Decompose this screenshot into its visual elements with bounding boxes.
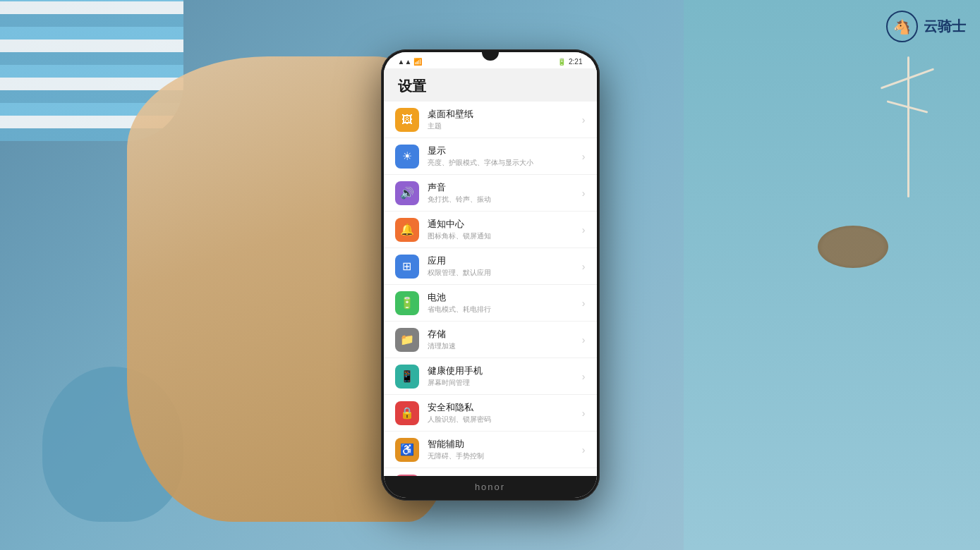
logo-text: 云骑士 (924, 17, 966, 36)
sound-title: 声音 (428, 182, 576, 194)
storage-arrow: › (582, 334, 586, 346)
logo-area: 🐴 云骑士 (886, 11, 966, 42)
settings-list: 🖼 桌面和壁纸 主题 › ☀ 显示 亮度、护眼模式、字体与显示大小 (384, 102, 597, 476)
security-title: 安全和隐私 (428, 402, 576, 414)
sound-icon: 🔊 (395, 181, 419, 205)
wallpaper-subtitle: 主题 (428, 121, 576, 130)
health-subtitle: 屏幕时间管理 (428, 378, 576, 387)
wallpaper-arrow: › (582, 114, 586, 126)
notifications-title: 通知中心 (428, 219, 576, 231)
display-icon: ☀ (395, 145, 419, 169)
honor-brand-text: honor (475, 482, 505, 492)
phone-screen: ▲▲ 📶 🔋 2:21 设置 🖼 桌面和壁纸 主 (384, 52, 597, 498)
time-display: 2:21 (569, 58, 582, 66)
apps-arrow: › (582, 261, 586, 272)
settings-title: 设置 (384, 68, 597, 102)
security-content: 安全和隐私 人脸识别、锁屏密码 (428, 402, 576, 424)
health-content: 健康使用手机 屏幕时间管理 (428, 365, 576, 387)
sound-arrow: › (582, 188, 586, 199)
tree-branch-decoration (907, 56, 909, 197)
sound-subtitle: 免打扰、铃声、振动 (428, 195, 576, 204)
storage-content: 存储 清理加速 (428, 329, 576, 350)
health-icon: 📱 (395, 365, 419, 389)
notifications-icon: 🔔 (395, 218, 419, 242)
right-decoration (684, 0, 980, 550)
battery-title: 电池 (428, 292, 576, 304)
accessibility-content: 智能辅助 无障碍、手势控制 (428, 439, 576, 460)
wallpaper-title: 桌面和壁纸 (428, 109, 576, 121)
battery-icon: 🔋 (557, 58, 566, 66)
notifications-subtitle: 图标角标、锁屏通知 (428, 231, 576, 240)
honor-brand-bar: honor (384, 476, 597, 498)
logo-icon: 🐴 (886, 11, 918, 42)
storage-subtitle: 清理加速 (428, 341, 576, 350)
apps-title: 应用 (428, 255, 576, 267)
storage-icon: 📁 (395, 328, 419, 352)
settings-item-accessibility[interactable]: ♿ 智能辅助 无障碍、手势控制 › (384, 432, 597, 468)
accessibility-title: 智能辅助 (428, 439, 576, 451)
apps-subtitle: 权限管理、默认应用 (428, 268, 576, 277)
phone-device: ▲▲ 📶 🔋 2:21 设置 🖼 桌面和壁纸 主 (381, 49, 600, 501)
battery-content: 电池 省电模式、耗电排行 (428, 292, 576, 314)
notifications-arrow: › (582, 224, 586, 236)
phone-wrapper: ▲▲ 📶 🔋 2:21 设置 🖼 桌面和壁纸 主 (381, 49, 600, 501)
settings-item-security[interactable]: 🔒 安全和隐私 人脸识别、锁屏密码 › (384, 395, 597, 432)
nest-decoration (818, 226, 888, 268)
settings-item-display[interactable]: ☀ 显示 亮度、护眼模式、字体与显示大小 › (384, 138, 597, 175)
security-arrow: › (582, 408, 586, 419)
settings-item-sound[interactable]: 🔊 声音 免打扰、铃声、振动 › (384, 175, 597, 212)
battery-subtitle: 省电模式、耗电排行 (428, 305, 576, 314)
settings-item-wallpaper[interactable]: 🖼 桌面和壁纸 主题 › (384, 102, 597, 138)
battery-setting-icon: 🔋 (395, 291, 419, 315)
settings-screen: 设置 🖼 桌面和壁纸 主题 › ☀ (384, 68, 597, 476)
accessibility-arrow: › (582, 444, 586, 456)
settings-item-storage[interactable]: 📁 存储 清理加速 › (384, 322, 597, 358)
notifications-content: 通知中心 图标角标、锁屏通知 (428, 219, 576, 240)
storage-title: 存储 (428, 329, 576, 341)
settings-item-account[interactable]: 👤 帐户 帐户 › (384, 468, 597, 476)
wifi-icon: 📶 (413, 58, 422, 66)
sound-content: 声音 免打扰、铃声、振动 (428, 182, 576, 204)
apps-icon: ⊞ (395, 255, 419, 279)
accessibility-subtitle: 无障碍、手势控制 (428, 451, 576, 460)
status-right: 🔋 2:21 (557, 58, 582, 66)
wallpaper-icon: 🖼 (395, 108, 419, 132)
settings-item-health[interactable]: 📱 健康使用手机 屏幕时间管理 › (384, 358, 597, 395)
security-icon: 🔒 (395, 401, 419, 425)
display-content: 显示 亮度、护眼模式、字体与显示大小 (428, 145, 576, 167)
display-arrow: › (582, 151, 586, 162)
display-subtitle: 亮度、护眼模式、字体与显示大小 (428, 158, 576, 167)
wallpaper-content: 桌面和壁纸 主题 (428, 109, 576, 130)
battery-arrow: › (582, 298, 586, 309)
settings-item-apps[interactable]: ⊞ 应用 权限管理、默认应用 › (384, 248, 597, 285)
status-left: ▲▲ 📶 (398, 58, 423, 66)
signal-icon: ▲▲ (398, 58, 412, 66)
display-title: 显示 (428, 145, 576, 157)
accessibility-icon: ♿ (395, 438, 419, 462)
health-title: 健康使用手机 (428, 365, 576, 377)
settings-item-battery[interactable]: 🔋 电池 省电模式、耗电排行 › (384, 285, 597, 322)
settings-item-notifications[interactable]: 🔔 通知中心 图标角标、锁屏通知 › (384, 212, 597, 248)
security-subtitle: 人脸识别、锁屏密码 (428, 415, 576, 424)
apps-content: 应用 权限管理、默认应用 (428, 255, 576, 277)
health-arrow: › (582, 371, 586, 382)
